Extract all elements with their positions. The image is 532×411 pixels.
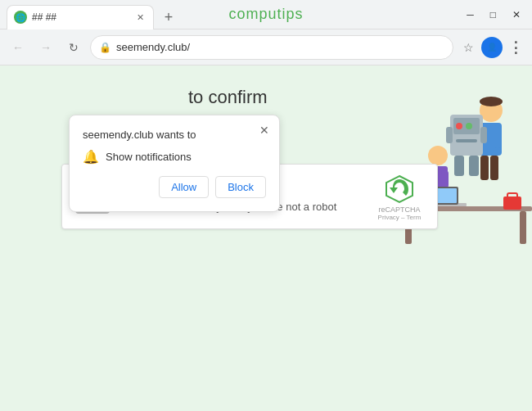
popup-notification-row: 🔔 Show notifications <box>83 149 266 165</box>
svg-point-16 <box>428 146 448 165</box>
url-text: seemendy.club/ <box>116 41 444 53</box>
new-tab-button[interactable]: + <box>157 7 180 29</box>
forward-button[interactable]: → <box>34 36 57 59</box>
tab-area: 🌐 ## ## ✕ + <box>7 0 180 29</box>
recaptcha-label: reCAPTCHA <box>378 206 420 214</box>
svg-rect-13 <box>480 127 487 143</box>
svg-rect-14 <box>454 156 464 176</box>
address-right-icons: ☆ 👤 ⋮ <box>458 37 525 58</box>
svg-point-10 <box>466 123 472 129</box>
url-bar[interactable]: 🔒 seemendy.club/ <box>90 35 453 60</box>
tab-close-button[interactable]: ✕ <box>133 11 147 24</box>
back-button[interactable]: ← <box>7 36 29 59</box>
popup-header: seemendy.club wants to <box>83 129 266 141</box>
svg-rect-3 <box>494 125 502 148</box>
maximize-button[interactable]: □ <box>485 7 501 22</box>
close-button[interactable]: ✕ <box>507 7 525 22</box>
bookmark-icon[interactable]: ☆ <box>458 38 478 57</box>
block-button[interactable]: Block <box>215 176 266 198</box>
popup-close-button[interactable]: ✕ <box>256 122 273 138</box>
popup-buttons: Allow Block <box>83 176 266 198</box>
notification-label: Show notifications <box>106 151 192 163</box>
minimize-button[interactable]: ─ <box>462 7 479 22</box>
refresh-button[interactable]: ↻ <box>62 36 85 59</box>
notification-popup: ✕ seemendy.club wants to 🔔 Show notifica… <box>69 115 280 212</box>
page-content: to confirm <box>0 65 532 411</box>
title-bar: 🌐 ## ## ✕ + computips ─ □ ✕ <box>0 0 532 29</box>
svg-point-6 <box>480 97 503 106</box>
svg-rect-5 <box>490 156 498 180</box>
menu-icon[interactable]: ⋮ <box>506 38 525 57</box>
bell-icon: 🔔 <box>83 149 99 165</box>
svg-rect-15 <box>469 156 479 176</box>
svg-rect-27 <box>520 211 526 244</box>
svg-point-9 <box>456 123 462 129</box>
browser-tab[interactable]: 🌐 ## ## ✕ <box>7 5 154 29</box>
svg-rect-4 <box>480 156 489 180</box>
confirm-text: to confirm <box>188 87 268 108</box>
recaptcha-sub-label: Privacy – Term <box>378 214 422 221</box>
recaptcha-logo-area: reCAPTCHA Privacy – Term <box>375 173 424 221</box>
title-bar-left: 🌐 ## ## ✕ + <box>7 0 462 29</box>
tab-title: ## ## <box>32 11 133 23</box>
svg-rect-12 <box>446 127 453 143</box>
svg-rect-29 <box>507 193 517 198</box>
profile-icon[interactable]: 👤 <box>481 37 503 58</box>
tab-favicon: 🌐 <box>14 11 27 24</box>
lock-icon: 🔒 <box>99 42 111 53</box>
svg-rect-19 <box>441 170 449 188</box>
window-controls: ─ □ ✕ <box>462 7 525 22</box>
recaptcha-logo-svg <box>383 173 416 206</box>
address-bar: ← → ↻ 🔒 seemendy.club/ ☆ 👤 ⋮ <box>0 29 532 65</box>
svg-rect-11 <box>456 139 477 142</box>
allow-button[interactable]: Allow <box>159 176 209 198</box>
